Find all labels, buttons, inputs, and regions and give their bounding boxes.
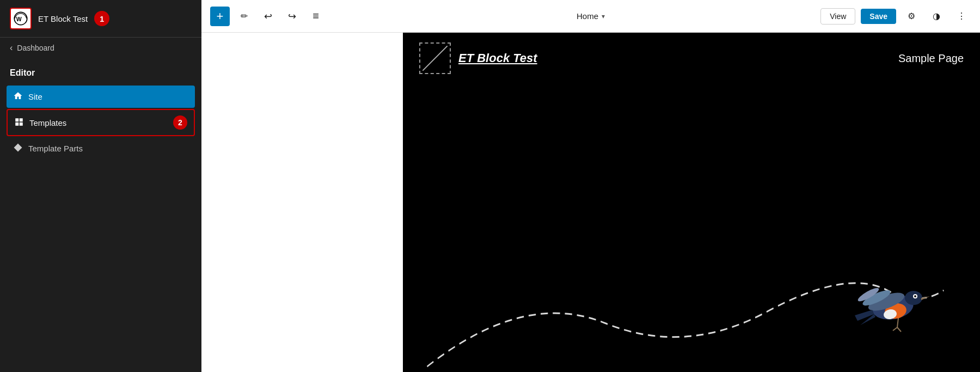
step1-badge: 1 (94, 11, 109, 26)
chevron-left-icon: ‹ (10, 43, 13, 53)
sidebar-item-templates-label: Templates (29, 118, 66, 127)
toolbar-right: View Save ⚙ ◑ ⋮ (820, 7, 971, 26)
grid-icon (14, 117, 24, 129)
pencil-icon: ✏ (241, 11, 248, 21)
page-preview: ET Block Test Sample Page (403, 33, 980, 372)
sidebar-item-templates[interactable]: Templates 2 (7, 109, 195, 136)
menu-icon: ≡ (313, 10, 319, 22)
logo-placeholder (419, 42, 451, 74)
chevron-down-icon: ▾ (602, 13, 605, 20)
settings-button[interactable]: ⚙ (902, 7, 921, 26)
sidebar: W ET Block Test 1 ‹ Dashboard Editor Sit… (0, 0, 201, 372)
top-bar-inner: + ✏ ↩ ↪ ≡ Home ▾ View Save ⚙ ◑ (201, 7, 980, 26)
svg-point-3 (905, 291, 922, 305)
preview-header: ET Block Test Sample Page (403, 33, 980, 84)
svg-marker-4 (921, 296, 930, 300)
contrast-icon: ◑ (933, 11, 940, 21)
sidebar-item-site-label: Site (28, 92, 42, 101)
redo-button[interactable]: ↪ (282, 7, 302, 26)
sidebar-item-template-parts[interactable]: Template Parts (7, 137, 195, 160)
redo-icon: ↪ (288, 10, 296, 22)
wordpress-logo[interactable]: W (10, 8, 32, 29)
canvas-area: ET Block Test Sample Page (403, 33, 980, 372)
dashboard-link[interactable]: ‹ Dashboard (0, 38, 201, 58)
diamond-icon (13, 143, 23, 154)
preview-logo-area: ET Block Test (419, 42, 537, 74)
editor-section-title: Editor (0, 58, 201, 82)
sidebar-item-template-parts-label: Template Parts (28, 144, 83, 153)
more-icon: ⋮ (957, 11, 966, 21)
home-label: Home (577, 11, 598, 21)
contrast-button[interactable]: ◑ (927, 7, 946, 26)
step2-badge: 2 (173, 115, 187, 130)
sidebar-header: W ET Block Test 1 (0, 0, 201, 38)
undo-icon: ↩ (264, 10, 272, 22)
pencil-tool-button[interactable]: ✏ (234, 7, 254, 26)
preview-nav-right: Sample Page (898, 52, 964, 65)
sidebar-item-site[interactable]: Site (7, 86, 195, 108)
page-selector: Home ▾ (571, 8, 610, 24)
home-button[interactable]: Home ▾ (571, 8, 610, 24)
dashboard-label: Dashboard (17, 44, 54, 52)
svg-line-14 (893, 327, 897, 331)
undo-button[interactable]: ↩ (258, 7, 278, 26)
svg-line-15 (897, 327, 901, 332)
save-button[interactable]: Save (861, 9, 896, 24)
site-title: ET Block Test (38, 14, 88, 23)
bird-illustration (838, 266, 936, 339)
svg-text:W: W (16, 16, 22, 22)
add-block-button[interactable]: + (210, 7, 230, 26)
svg-point-12 (914, 295, 916, 297)
svg-line-13 (897, 318, 898, 327)
view-button[interactable]: View (820, 8, 855, 25)
home-icon (13, 91, 23, 102)
sidebar-nav: Site Templates 2 Template Parts (0, 82, 201, 164)
top-toolbar: + ✏ ↩ ↪ ≡ Home ▾ View Save ⚙ ◑ (201, 0, 980, 33)
svg-marker-10 (855, 310, 875, 325)
more-options-button[interactable]: ⋮ (952, 7, 971, 26)
gear-icon: ⚙ (908, 11, 915, 21)
list-view-button[interactable]: ≡ (306, 7, 326, 26)
preview-site-title: ET Block Test (458, 51, 537, 65)
